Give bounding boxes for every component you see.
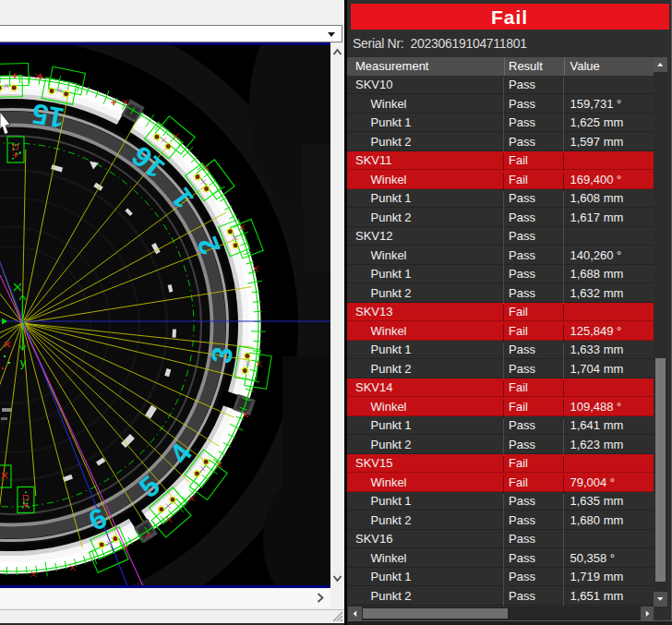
- svg-text:y: y: [20, 355, 27, 369]
